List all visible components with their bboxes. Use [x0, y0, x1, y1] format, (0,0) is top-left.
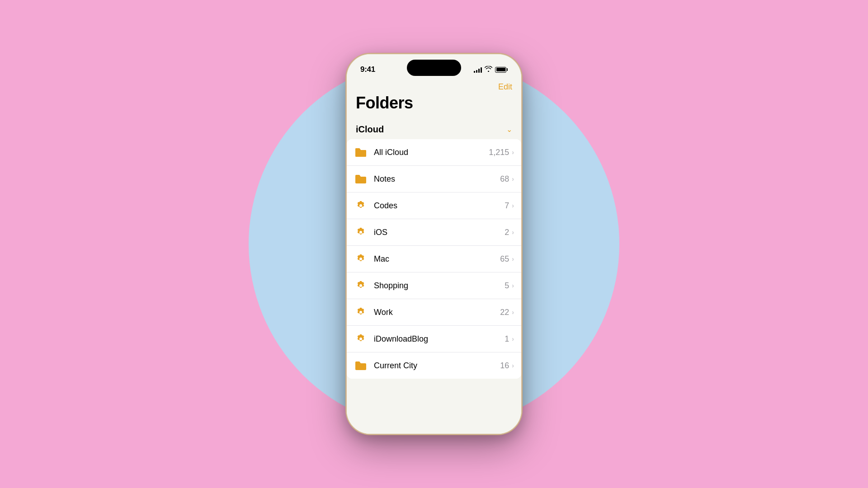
item-count: 16 [500, 361, 509, 371]
item-name: Notes [374, 174, 500, 184]
folder-icon [354, 359, 368, 372]
folder-list-container: All iCloud 1,215 › Notes 68 › [347, 139, 521, 379]
volume-down-button [346, 169, 347, 199]
svg-point-1 [359, 231, 362, 234]
chevron-right-icon: › [512, 255, 514, 263]
page-title-section: Folders [347, 92, 521, 120]
app-content: Edit Folders iCloud ⌄ [347, 79, 521, 434]
item-count: 5 [505, 281, 509, 291]
list-item[interactable]: Current City 16 › [347, 352, 521, 379]
svg-point-3 [359, 284, 362, 287]
list-item[interactable]: All iCloud 1,215 › [347, 139, 521, 166]
gear-icon [354, 279, 368, 292]
page-title: Folders [356, 94, 512, 113]
list-item[interactable]: Shopping 5 › [347, 272, 521, 299]
list-item[interactable]: Codes 7 › [347, 192, 521, 219]
gear-icon [354, 305, 368, 319]
gear-icon [354, 199, 368, 212]
wifi-icon [485, 66, 492, 73]
edit-button[interactable]: Edit [498, 82, 512, 92]
chevron-right-icon: › [512, 335, 514, 343]
item-count: 7 [505, 201, 509, 211]
status-time: 9:41 [360, 65, 375, 74]
item-count: 1,215 [489, 148, 509, 157]
folder-icon [354, 145, 368, 159]
list-item[interactable]: iDownloadBlog 1 › [347, 326, 521, 352]
battery-icon [495, 67, 508, 73]
item-name: Current City [374, 361, 500, 371]
mute-button [346, 108, 347, 124]
item-count: 1 [505, 334, 509, 344]
item-name: Codes [374, 201, 505, 211]
item-count: 2 [505, 228, 509, 237]
chevron-right-icon: › [512, 229, 514, 236]
item-name: All iCloud [374, 148, 489, 157]
item-count: 22 [500, 308, 509, 317]
item-name: Mac [374, 254, 500, 264]
gear-icon [354, 332, 368, 346]
svg-point-5 [359, 338, 362, 340]
svg-point-4 [359, 311, 362, 314]
list-item[interactable]: Mac 65 › [347, 246, 521, 272]
dynamic-island [407, 60, 461, 76]
list-item[interactable]: Work 22 › [347, 299, 521, 326]
chevron-right-icon: › [512, 202, 514, 209]
svg-point-2 [359, 258, 362, 260]
item-count: 65 [500, 254, 509, 264]
item-name: Work [374, 308, 500, 317]
list-item[interactable]: Notes 68 › [347, 166, 521, 192]
icloud-title: iCloud [356, 124, 384, 135]
chevron-right-icon: › [512, 362, 514, 369]
item-count: 68 [500, 174, 509, 184]
chevron-right-icon: › [512, 282, 514, 289]
app-header: Edit [347, 79, 521, 92]
chevron-right-icon: › [512, 149, 514, 156]
gear-icon [354, 225, 368, 239]
item-name: iOS [374, 228, 505, 237]
list-item[interactable]: iOS 2 › [347, 219, 521, 246]
phone-mockup: 9:41 [346, 53, 522, 435]
chevron-down-icon[interactable]: ⌄ [506, 125, 512, 134]
item-name: Shopping [374, 281, 505, 291]
status-icons [474, 66, 508, 73]
chevron-right-icon: › [512, 309, 514, 316]
svg-point-0 [359, 204, 362, 207]
gear-icon [354, 252, 368, 266]
signal-icon [474, 66, 482, 73]
folder-icon [354, 172, 368, 186]
volume-up-button [346, 133, 347, 163]
item-name: iDownloadBlog [374, 334, 505, 344]
chevron-right-icon: › [512, 175, 514, 183]
power-button [521, 138, 522, 183]
icloud-section-header[interactable]: iCloud ⌄ [347, 120, 521, 139]
folder-list: iCloud ⌄ All iCloud 1,215 [347, 120, 521, 434]
phone-frame: 9:41 [346, 53, 522, 435]
